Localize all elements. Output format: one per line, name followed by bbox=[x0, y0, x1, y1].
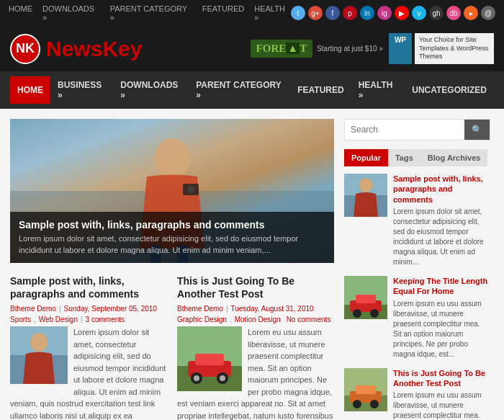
search-button[interactable]: 🔍 bbox=[464, 120, 490, 140]
googleplus-icon[interactable]: g+ bbox=[308, 6, 323, 20]
svg-point-16 bbox=[194, 375, 199, 381]
search-box: 🔍 bbox=[344, 119, 490, 140]
linkedin-icon[interactable]: in bbox=[360, 6, 374, 20]
post-2-meta: Btheme Demo | Tuesday, August 31, 2010 G… bbox=[177, 305, 334, 323]
post-2-date: Tuesday, August 31, 2010 bbox=[231, 305, 314, 313]
social-icons-bar: t g+ f p in ig ▶ v gh db ▸ @ bbox=[291, 6, 495, 20]
site-name: NewsKey bbox=[46, 37, 142, 61]
main-nav-uncategorized[interactable]: Uncategorized bbox=[405, 76, 494, 104]
featured-post-title: Sample post with, links, paragraphs and … bbox=[19, 219, 325, 231]
svg-point-31 bbox=[353, 400, 361, 408]
post-card-2: This is Just Going To Be Another Test Po… bbox=[177, 274, 334, 420]
tab-popular[interactable]: Popular bbox=[344, 149, 388, 166]
top-nav-parent[interactable]: Parent Category » bbox=[110, 4, 192, 22]
post-2-comments[interactable]: No comments bbox=[287, 316, 331, 323]
post-1-comments[interactable]: 3 comments bbox=[86, 316, 125, 323]
site-header: NK NewsKey FORE▲T Starting at just $10 »… bbox=[0, 26, 504, 71]
post-grid: Sample post with, links, paragraphs and … bbox=[10, 274, 334, 420]
tab-tags[interactable]: Tags bbox=[388, 149, 420, 166]
post-1-cat1[interactable]: Sports bbox=[10, 316, 31, 323]
svg-point-9 bbox=[30, 333, 48, 352]
wp-choice-text: Your Choice for Site Templates & WordPre… bbox=[415, 33, 494, 64]
sidebar-popular-post-3: This is Just Going To Be Another Test Po… bbox=[344, 368, 490, 420]
post-2-author: Btheme Demo bbox=[177, 305, 223, 313]
sidebar-post-2-title: Keeping The Title Length Equal For Home bbox=[393, 276, 490, 297]
sidebar-post-2-excerpt: Lorem ipsum eu usu assum liberavisse, ut… bbox=[393, 299, 490, 359]
ad-starting-price: Starting at just $10 » bbox=[317, 45, 383, 53]
facebook-icon[interactable]: f bbox=[325, 6, 340, 20]
top-nav-health[interactable]: Health » bbox=[254, 4, 291, 22]
svg-rect-30 bbox=[356, 385, 376, 394]
email-icon[interactable]: @ bbox=[481, 6, 495, 20]
post-card-1: Sample post with, links, paragraphs and … bbox=[10, 274, 167, 420]
svg-point-17 bbox=[220, 375, 225, 381]
main-nav-featured[interactable]: Featured bbox=[290, 76, 351, 104]
post-1-author: Btheme Demo bbox=[10, 305, 56, 313]
sidebar-popular-post-2: Keeping The Title Length Equal For Home … bbox=[344, 276, 490, 359]
post-2-thumb-img bbox=[177, 326, 242, 391]
sidebar-popular-post-1: Sample post with, links, paragraphs and … bbox=[344, 174, 490, 267]
vimeo-icon[interactable]: v bbox=[412, 6, 426, 20]
sidebar: 🔍 Popular Tags Blog Archives Sample post… bbox=[344, 119, 490, 420]
svg-rect-13 bbox=[195, 354, 224, 365]
post-2-title: This is Just Going To Be Another Test Po… bbox=[177, 274, 334, 300]
svg-point-6 bbox=[187, 186, 194, 193]
sidebar-post-3-excerpt: Lorem ipsum eu usu assum liberavisse, ut… bbox=[393, 390, 490, 420]
content-wrapper: Sample post with, links, paragraphs and … bbox=[0, 109, 504, 420]
main-nav-health[interactable]: Health » bbox=[351, 71, 405, 109]
featured-post-image: Sample post with, links, paragraphs and … bbox=[10, 119, 334, 263]
forest-logo: FORE▲T bbox=[251, 40, 313, 58]
main-nav-downloads[interactable]: Downloads » bbox=[113, 71, 189, 109]
youtube-icon[interactable]: ▶ bbox=[395, 6, 409, 20]
main-nav-parent[interactable]: Parent Category » bbox=[189, 71, 290, 109]
top-nav-featured[interactable]: Featured bbox=[202, 4, 244, 22]
twitter-icon[interactable]: t bbox=[291, 6, 305, 20]
top-nav-downloads[interactable]: Downloads » bbox=[42, 4, 100, 22]
sidebar-post-1-info: Sample post with, links, paragraphs and … bbox=[393, 174, 490, 267]
main-navigation: Home Business » Downloads » Parent Categ… bbox=[0, 71, 504, 109]
featured-post-excerpt: Lorem ipsum dolor sit amet, consectetur … bbox=[19, 233, 325, 256]
sidebar-post-3-info: This is Just Going To Be Another Test Po… bbox=[393, 368, 490, 420]
svg-point-32 bbox=[370, 400, 379, 408]
post-1-thumb-img bbox=[10, 326, 68, 384]
wordpress-logo: WP bbox=[389, 33, 412, 64]
sidebar-post-1-title: Sample post with, links, paragraphs and … bbox=[393, 174, 490, 205]
post-1-meta: Btheme Demo | Sunday, September 05, 2010… bbox=[10, 305, 167, 323]
svg-point-2 bbox=[154, 138, 190, 179]
post-1-cat2[interactable]: Web Design bbox=[39, 316, 78, 323]
sidebar-tabs: Popular Tags Blog Archives bbox=[344, 149, 490, 166]
post-2-cat2[interactable]: Motion Design bbox=[235, 316, 281, 323]
site-logo[interactable]: NK NewsKey bbox=[10, 34, 142, 64]
search-input[interactable] bbox=[345, 120, 464, 140]
post-2-cat1[interactable]: Graphic Design bbox=[177, 316, 227, 323]
main-nav-business[interactable]: Business » bbox=[50, 71, 113, 109]
github-icon[interactable]: gh bbox=[429, 6, 444, 20]
tab-blog-archives[interactable]: Blog Archives bbox=[420, 149, 488, 166]
top-nav-home[interactable]: Home bbox=[9, 4, 32, 22]
featured-post: Sample post with, links, paragraphs and … bbox=[10, 119, 334, 263]
ad-banner: FORE▲T Starting at just $10 » WP Your Ch… bbox=[251, 33, 494, 64]
post-1-thumb bbox=[10, 326, 68, 384]
post-1-title: Sample post with, links, paragraphs and … bbox=[10, 274, 167, 300]
post-2-thumb bbox=[177, 326, 242, 391]
sidebar-thumb-2 bbox=[344, 276, 387, 319]
post-1-date: Sunday, September 05, 2010 bbox=[64, 305, 157, 313]
dribbble-icon[interactable]: db bbox=[446, 6, 461, 20]
sidebar-post-3-title: This is Just Going To Be Another Test Po… bbox=[393, 368, 490, 389]
logo-icon: NK bbox=[10, 34, 40, 64]
logo-text-key: Key bbox=[102, 37, 142, 61]
svg-point-20 bbox=[359, 178, 372, 192]
top-navigation: Home Downloads » Parent Category » Featu… bbox=[9, 4, 291, 22]
sidebar-thumb-1 bbox=[344, 174, 387, 217]
svg-rect-24 bbox=[356, 295, 376, 303]
main-content: Sample post with, links, paragraphs and … bbox=[10, 119, 334, 420]
main-nav-home[interactable]: Home bbox=[10, 76, 50, 104]
top-bar: Home Downloads » Parent Category » Featu… bbox=[0, 0, 504, 26]
instagram-icon[interactable]: ig bbox=[377, 6, 392, 20]
svg-point-25 bbox=[353, 309, 361, 318]
pinterest-icon[interactable]: p bbox=[343, 6, 357, 20]
sidebar-thumb-3 bbox=[344, 368, 387, 411]
sidebar-post-2-info: Keeping The Title Length Equal For Home … bbox=[393, 276, 490, 359]
rss-icon[interactable]: ▸ bbox=[464, 6, 478, 20]
logo-text-news: News bbox=[46, 37, 102, 61]
